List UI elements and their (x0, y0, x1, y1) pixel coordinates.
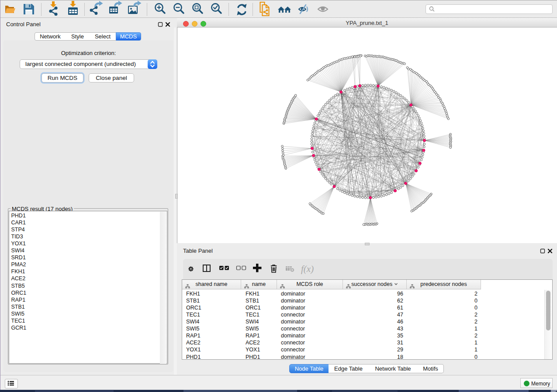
svg-text:f(x): f(x) (301, 264, 314, 274)
